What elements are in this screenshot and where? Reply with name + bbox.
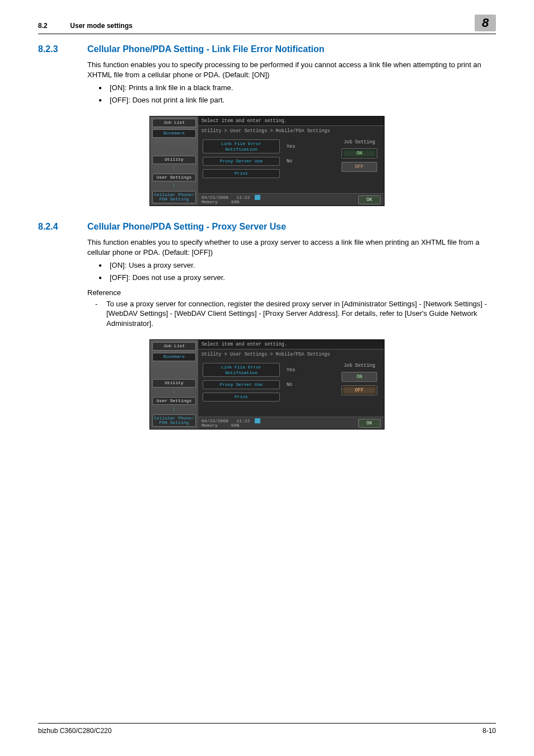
bullet-item: [OFF]: Does not use a proxy server.	[99, 273, 496, 283]
job-setting-label: Job Setting	[344, 363, 375, 368]
instruction-bar: Select item and enter setting.	[198, 340, 384, 349]
breadcrumb: Utility > User Settings > Mobile/PDA Set…	[198, 349, 384, 360]
row-link-file-error[interactable]: Link File Error Notification	[203, 139, 280, 153]
status-icon	[255, 418, 260, 423]
row-link-file-error-value: Yes	[287, 367, 295, 373]
tab-user-settings[interactable]: User Settings	[152, 174, 196, 182]
row-proxy-value: No	[287, 158, 292, 164]
tab-job-list[interactable]: Job List	[152, 342, 196, 351]
row-proxy-server-use[interactable]: Proxy Server Use	[203, 380, 280, 389]
row-proxy-value: No	[287, 382, 292, 388]
section-824-bullets: [ON]: Uses a proxy server. [OFF]: Does n…	[87, 260, 496, 282]
tab-cell-pda[interactable]: Cellular Phone/ PDA Setting	[152, 414, 196, 427]
row-proxy-server-use[interactable]: Proxy Server Use	[203, 157, 280, 166]
reference-list: To use a proxy server for connection, re…	[87, 299, 496, 329]
row-print[interactable]: Print	[203, 169, 280, 178]
tab-utility[interactable]: Utility	[152, 379, 196, 388]
header-section-number: 8.2	[38, 22, 68, 30]
bullet-item: [OFF]: Does not print a link file part.	[99, 95, 496, 105]
instruction-bar: Select item and enter setting.	[198, 116, 384, 126]
section-823: 8.2.3 Cellular Phone/PDA Setting - Link …	[38, 44, 496, 105]
bullet-item: [ON]: Uses a proxy server.	[99, 260, 496, 270]
screenshot-823: Job List Bookmark Utility ↓ User Setting…	[149, 116, 385, 206]
section-824: 8.2.4 Cellular Phone/PDA Setting - Proxy…	[38, 222, 496, 328]
section-823-heading: 8.2.3 Cellular Phone/PDA Setting - Link …	[38, 44, 496, 54]
row-link-file-error-value: Yes	[287, 144, 295, 150]
arrow-down-icon: ↓	[152, 389, 196, 395]
memory-label: Memory	[202, 423, 218, 428]
ok-button[interactable]: OK	[358, 195, 381, 204]
section-823-intro: This function enables you to specify pro…	[87, 60, 496, 80]
section-824-number: 8.2.4	[38, 222, 87, 232]
footer-left: bizhub C360/C280/C220	[38, 727, 111, 735]
chapter-number-box: 8	[475, 15, 496, 31]
off-button[interactable]: OFF	[341, 162, 377, 172]
page-footer: bizhub C360/C280/C220 8-10	[38, 723, 496, 735]
screenshot-824: Job List Bookmark Utility ↓ User Setting…	[149, 339, 385, 430]
reference-label: Reference	[87, 288, 496, 297]
reference-item: To use a proxy server for connection, re…	[95, 299, 496, 329]
tab-bookmark[interactable]: Bookmark	[152, 353, 196, 361]
tab-cell-pda[interactable]: Cellular Phone/ PDA Setting	[152, 191, 196, 203]
row-print[interactable]: Print	[203, 393, 280, 402]
section-823-number: 8.2.3	[38, 44, 87, 54]
chapter-number: 8	[482, 16, 489, 30]
tab-user-settings[interactable]: User Settings	[152, 397, 196, 405]
section-823-bullets: [ON]: Prints a link file in a black fram…	[87, 83, 496, 105]
arrow-down-icon: ↓	[152, 183, 196, 189]
on-button[interactable]: ON	[341, 372, 377, 382]
tab-utility[interactable]: Utility	[152, 156, 196, 164]
on-button[interactable]: ON	[341, 148, 377, 158]
status-bar: 04/23/2009 11:22 Memory 99% OK	[198, 193, 384, 206]
breadcrumb: Utility > User Settings > Mobile/PDA Set…	[198, 126, 384, 136]
section-824-title: Cellular Phone/PDA Setting - Proxy Serve…	[87, 222, 286, 232]
memory-value: 99%	[231, 423, 239, 428]
arrow-down-icon: ↓	[152, 406, 196, 412]
tab-bookmark[interactable]: Bookmark	[152, 129, 196, 138]
header-left: 8.2 User mode settings	[38, 22, 133, 30]
header-section-title: User mode settings	[70, 22, 132, 30]
arrow-down-icon: ↓	[152, 165, 196, 171]
bullet-item: [ON]: Prints a link file in a black fram…	[99, 83, 496, 93]
memory-label: Memory	[202, 199, 218, 204]
section-823-title: Cellular Phone/PDA Setting - Link File E…	[87, 44, 324, 54]
section-824-heading: 8.2.4 Cellular Phone/PDA Setting - Proxy…	[38, 222, 496, 232]
page-header: 8.2 User mode settings 8	[38, 20, 496, 34]
ok-button[interactable]: OK	[358, 419, 381, 428]
section-824-intro: This function enables you to specify whe…	[87, 237, 496, 257]
tab-job-list[interactable]: Job List	[152, 119, 196, 127]
row-link-file-error[interactable]: Link File Error Notification	[203, 363, 280, 377]
left-nav: Job List Bookmark Utility ↓ User Setting…	[150, 340, 198, 429]
left-nav: Job List Bookmark Utility ↓ User Setting…	[150, 116, 198, 206]
job-setting-label: Job Setting	[344, 139, 375, 145]
off-button[interactable]: OFF	[341, 385, 377, 395]
status-icon	[255, 195, 260, 200]
memory-value: 99%	[231, 199, 239, 204]
footer-right: 8-10	[483, 727, 496, 735]
status-bar: 04/23/2009 11:22 Memory 99% OK	[198, 417, 384, 429]
